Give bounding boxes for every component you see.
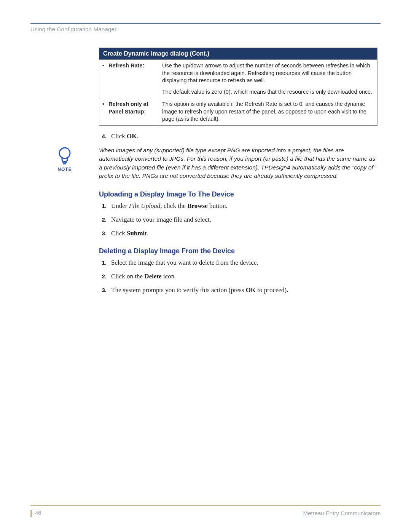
step-number: 3. [99, 230, 107, 236]
note-label: NOTE [53, 167, 76, 172]
step-number: 4. [99, 133, 107, 139]
step-item: 4. Click OK. [99, 133, 378, 140]
step-text: Navigate to your image file and select. [111, 216, 211, 224]
step-number: 1. [99, 259, 107, 266]
delete-steps: 1.Select the image that you want to dele… [99, 259, 378, 294]
step-text: Click Submit. [111, 230, 148, 237]
step-number: 3. [99, 287, 107, 293]
page-number-value: 46 [35, 510, 41, 516]
bullet-icon: • [102, 62, 106, 70]
step-item: 2.Navigate to your image file and select… [99, 216, 378, 224]
step-text-part: Submit [127, 230, 147, 237]
note-text: When images of any (supported) file type… [99, 146, 378, 181]
step-text: The system prompts you to verify this ac… [111, 286, 288, 294]
step-number: 1. [99, 203, 107, 209]
step-text-bold: OK [127, 133, 137, 140]
row-label: Refresh Rate: [108, 62, 144, 70]
table-row: • Refresh Rate: Use the up/down arrows t… [99, 60, 378, 98]
step-item: 3.Click Submit. [99, 230, 378, 237]
step-number: 2. [99, 273, 107, 280]
step-text-part: to proceed). [256, 286, 288, 294]
step-text-part: Select the image that you want to delete… [111, 259, 258, 266]
page-number: 46 [30, 510, 41, 517]
row-desc-p1: Use the up/down arrows to adjust the num… [162, 62, 374, 85]
row-desc-cell: This option is only available if the Ref… [159, 98, 378, 126]
row-label-cell: • Refresh only at Panel Startup: [99, 98, 159, 126]
step-text-part: Browse [187, 202, 208, 209]
step-text-part: File Upload [129, 202, 161, 209]
step-text: Under File Upload, click the Browse butt… [111, 202, 228, 210]
svg-point-0 [59, 148, 70, 158]
content-area: Create Dynamic Image dialog (Cont.) • Re… [99, 48, 378, 294]
note-icon-block: NOTE [53, 146, 76, 172]
step-number: 2. [99, 216, 107, 223]
bullet-icon: • [102, 101, 106, 115]
dialog-table: Create Dynamic Image dialog (Cont.) • Re… [99, 48, 378, 126]
step-text-part: , click the [160, 202, 187, 209]
step-text: Click OK. [111, 133, 139, 140]
footer: 46 Metreau Entry Communicators [30, 505, 381, 517]
step-text: Select the image that you want to delete… [111, 259, 258, 267]
step-item: 2.Click on the Delete icon. [99, 273, 378, 280]
step-text-part: icon. [162, 273, 176, 280]
step-text-part: OK [246, 286, 256, 294]
row-label-cell: • Refresh Rate: [99, 60, 159, 98]
top-rule [30, 23, 381, 24]
step-text-part: The system prompts you to verify this ac… [111, 286, 246, 294]
step-text-part: Click [111, 133, 127, 140]
step-list: 4. Click OK. [99, 133, 378, 140]
row-desc-p2: The default value is zero (0), which mea… [162, 88, 374, 96]
upload-steps: 1.Under File Upload, click the Browse bu… [99, 202, 378, 237]
step-text-part: Navigate to your image file and select. [111, 216, 211, 223]
page: Using the Configuration Manager Create D… [0, 0, 411, 532]
step-item: 1.Select the image that you want to dele… [99, 259, 378, 267]
row-desc-p1: This option is only available if the Ref… [162, 101, 374, 123]
book-title: Metreau Entry Communicators [303, 510, 381, 516]
row-label: Refresh only at Panel Startup: [108, 101, 156, 115]
section-heading-upload: Uploading a Display Image To The Device [99, 190, 378, 198]
table-row: • Refresh only at Panel Startup: This op… [99, 98, 378, 126]
lightbulb-icon [56, 146, 73, 165]
step-text-part: Click [111, 230, 127, 237]
section-heading-delete: Deleting a Display Image From the Device [99, 247, 378, 255]
step-text-part: Delete [144, 273, 161, 280]
table-title: Create Dynamic Image dialog (Cont.) [99, 48, 378, 60]
step-text-part: Under [111, 202, 129, 209]
step-text: Click on the Delete icon. [111, 273, 176, 280]
step-text-part: Click on the [111, 273, 144, 280]
step-text-part: button. [208, 202, 228, 209]
step-text-part: . [147, 230, 148, 237]
note-block: NOTE When images of any (supported) file… [99, 146, 378, 181]
step-text-part: . [137, 133, 139, 140]
row-desc-cell: Use the up/down arrows to adjust the num… [159, 60, 378, 98]
step-item: 3.The system prompts you to verify this … [99, 286, 378, 294]
running-head: Using the Configuration Manager [30, 26, 381, 32]
step-item: 1.Under File Upload, click the Browse bu… [99, 202, 378, 210]
